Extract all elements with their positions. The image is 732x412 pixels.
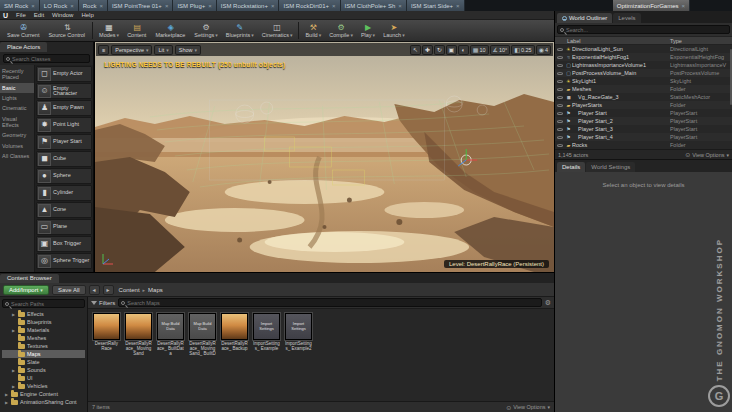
level-viewport[interactable]: ≡ Perspective Lit Show [94, 42, 554, 272]
asset-tile[interactable]: DesertRallyRace_ Moving Sand [125, 313, 152, 357]
place-actor-item[interactable]: ◎ Sphere Trigger [36, 253, 92, 269]
document-tab[interactable]: Rock [79, 0, 108, 11]
expander-arrow-icon[interactable]: ▶ [11, 384, 16, 389]
outliner-row[interactable]: ◼ Vg_RaceGate_3 StaticMeshActor [555, 93, 732, 101]
view-options-button[interactable]: ⊙ View Options [506, 404, 550, 411]
back-button[interactable]: ◄ [89, 285, 100, 295]
transform-tool-button[interactable]: ▣ [446, 45, 457, 55]
save-current-button[interactable]: ✇ Save Current [3, 20, 44, 41]
folder-row[interactable]: Slate [2, 358, 85, 366]
place-category[interactable]: Recently Placed [0, 66, 34, 83]
visibility-eye-icon[interactable] [557, 48, 563, 51]
outliner-row[interactable]: ☀ SkyLight1 SkyLight [555, 77, 732, 85]
visibility-eye-icon[interactable] [557, 72, 563, 75]
place-actor-item[interactable]: ▭ Plane [36, 219, 92, 235]
place-category[interactable]: Visual Effects [0, 114, 34, 131]
visibility-eye-icon[interactable] [557, 120, 563, 123]
place-actors-tab[interactable]: Place Actors [0, 42, 47, 52]
folder-row[interactable]: ▶ Sounds [2, 366, 85, 374]
asset-tile[interactable]: DesertRallyRace_ Backup [221, 313, 248, 351]
expander-arrow-icon[interactable]: ▶ [4, 392, 9, 397]
place-category[interactable]: All Classes [0, 151, 34, 161]
outliner-row[interactable]: ▢ LightmassImportanceVolume1 LightmassIm… [555, 61, 732, 69]
document-tab-level-editor[interactable]: OptimizationForGames [613, 0, 690, 11]
document-tab[interactable]: ISM PointTree 01+ [108, 0, 173, 11]
visibility-eye-icon[interactable] [557, 56, 563, 59]
menu-item[interactable]: Edit [30, 11, 48, 20]
document-tab[interactable]: ISM Plug+ [173, 0, 216, 11]
outliner-row[interactable]: ≈ ExponentialHeightFog1 ExponentialHeigh… [555, 53, 732, 61]
content-button[interactable]: ▤ Content [123, 20, 151, 41]
levels-tab[interactable]: Levels [613, 13, 640, 23]
place-category[interactable]: Lights [0, 93, 34, 103]
outliner-row[interactable]: ⚑ Player Start_2 PlayerStart [555, 117, 732, 125]
place-actor-item[interactable]: ◼ Cube [36, 151, 92, 167]
marketplace-button[interactable]: ◈ Marketplace [151, 20, 190, 41]
folder-row[interactable]: ▶ Vehicles [2, 382, 85, 390]
world-outliner-tab[interactable]: World Outliner [557, 13, 612, 23]
view-settings-gear-icon[interactable]: ⚙ [545, 299, 551, 307]
modes-button[interactable]: ▦ Modes [95, 20, 123, 41]
place-category[interactable]: Geometry [0, 130, 34, 140]
outliner-row[interactable]: ☀ DirectionalLight_Sun DirectionalLight [555, 45, 732, 53]
asset-tile[interactable]: Map Build Data DesertRallyRace_ MovingSa… [189, 313, 216, 357]
visibility-eye-icon[interactable] [557, 128, 563, 131]
play-button[interactable]: ▶ Play [357, 20, 379, 41]
world-settings-tab[interactable]: World Settings [586, 162, 635, 172]
source-control-button[interactable]: ⇅ Source Control [44, 20, 90, 41]
document-tab[interactable]: ISM RockDirt01+ [279, 0, 340, 11]
visibility-eye-icon[interactable] [557, 144, 563, 147]
menu-item[interactable]: Window [48, 11, 77, 20]
visibility-eye-icon[interactable] [557, 88, 563, 91]
snap-setting-button[interactable]: ◉ 4 [536, 45, 551, 55]
menu-item[interactable]: File [12, 11, 30, 20]
place-actor-item[interactable]: ● Sphere [36, 168, 92, 184]
folder-row[interactable]: ▶ Engine Content [2, 390, 85, 398]
type-column-header[interactable]: Type [670, 38, 732, 44]
visibility-eye-icon[interactable] [557, 64, 563, 67]
document-tab[interactable]: LO Rock [40, 0, 79, 11]
expander-arrow-icon[interactable]: ▶ [4, 400, 9, 405]
expander-arrow-icon[interactable]: ▶ [11, 328, 16, 333]
place-category[interactable]: Basic [0, 83, 34, 93]
folder-row[interactable]: Textures [2, 342, 85, 350]
outliner-row[interactable]: ▰ Meshes Folder [555, 85, 732, 93]
visibility-eye-icon[interactable] [557, 80, 563, 83]
blueprints-button[interactable]: ✎ Blueprints [222, 20, 258, 41]
folder-row[interactable]: Meshes [2, 334, 85, 342]
document-tab[interactable]: ISM ClothPole+ Sh [341, 0, 407, 11]
visibility-eye-icon[interactable] [557, 104, 563, 107]
build-button[interactable]: ⚒ Build [301, 20, 325, 41]
transform-tool-button[interactable]: ↖ [410, 45, 421, 55]
outliner-view-options-button[interactable]: ⊙ View Options [685, 151, 729, 158]
asset-tile[interactable]: Import Settings ImportSettings_ Example [253, 313, 280, 351]
snap-setting-button[interactable]: ◧ 0.25 [511, 45, 534, 55]
place-actors-search-input[interactable] [12, 56, 87, 62]
snap-setting-button[interactable]: ∡ 10° [490, 45, 511, 55]
label-column-header[interactable]: Label [555, 38, 670, 44]
show-flags-button[interactable]: Show [175, 45, 201, 55]
asset-tile[interactable]: DesertRally Race [93, 313, 120, 351]
breadcrumb-item-content[interactable]: Content [119, 287, 140, 293]
place-actor-item[interactable]: ✸ Point Light [36, 117, 92, 133]
asset-tile[interactable]: Import Settings ImportSettings_ Example2 [285, 313, 312, 351]
place-actor-item[interactable]: ☺ Empty Character [36, 83, 92, 99]
place-actor-item[interactable]: ◻ Empty Actor [36, 66, 92, 82]
expander-arrow-icon[interactable]: ▶ [11, 368, 16, 373]
place-actor-item[interactable]: ⚑ Player Start [36, 134, 92, 150]
transform-tool-button[interactable]: ↻ [434, 45, 445, 55]
outliner-row[interactable]: ▰ Rocks Folder [555, 141, 732, 149]
expander-arrow-icon[interactable]: ▶ [11, 312, 16, 317]
visibility-eye-icon[interactable] [557, 112, 563, 115]
place-actor-item[interactable]: ▲ Cone [36, 202, 92, 218]
snap-setting-button[interactable]: ▦ 10 [470, 45, 489, 55]
outliner-search-input[interactable] [566, 27, 727, 33]
place-category[interactable]: Volumes [0, 141, 34, 151]
current-level-badge[interactable]: Level: DesertRallyRace (Persistent) [444, 260, 549, 268]
viewport-options-button[interactable]: ≡ [98, 45, 109, 55]
transform-tool-button[interactable]: ✚ [422, 45, 433, 55]
visibility-eye-icon[interactable] [557, 136, 563, 139]
place-actor-item[interactable]: ▣ Box Trigger [36, 236, 92, 252]
folder-row[interactable]: Maps [2, 350, 85, 358]
lit-mode-button[interactable]: Lit [154, 45, 172, 55]
